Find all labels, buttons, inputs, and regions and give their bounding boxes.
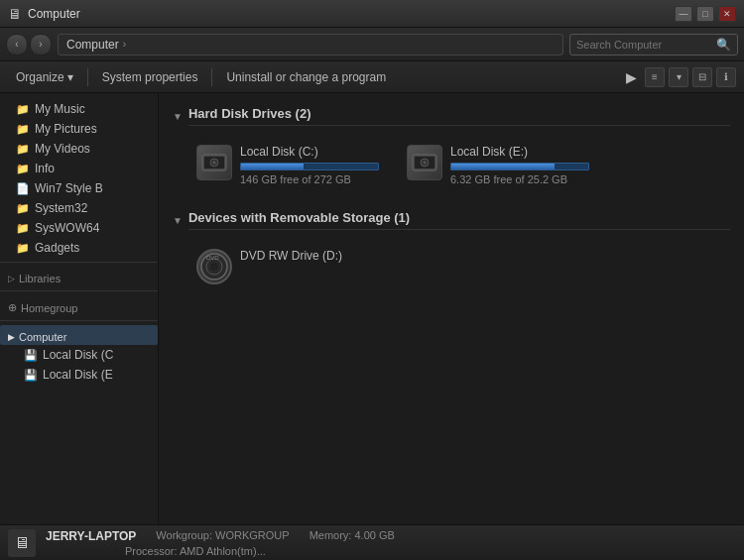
nav-buttons: ‹ › — [6, 34, 52, 56]
drive-c-item[interactable]: Local Disk (C:) 146 GB free of 272 GB — [188, 139, 387, 191]
maximize-button[interactable]: □ — [696, 6, 714, 22]
drive-c-bar-bg — [240, 163, 379, 170]
status-details-row-1: JERRY-LAPTOP Workgroup: WORKGROUP Memory… — [46, 529, 395, 543]
status-processor: Processor: AMD Athlon(tm)... — [46, 545, 266, 557]
view-button-3[interactable]: ⊟ — [692, 67, 712, 87]
drive-e-icon — [407, 145, 442, 180]
sidebar-label-info: Info — [35, 162, 55, 175]
toolbar-right: ▶ ≡ ▾ ⊟ ℹ — [622, 67, 736, 87]
sidebar-item-gadgets[interactable]: 📁 Gadgets — [0, 238, 158, 258]
content-area: ▼ Hard Disk Drives (2) Local Disk (C:) — [159, 93, 744, 524]
dvd-drive-item[interactable]: DVD DVD RW Drive (D:) — [188, 243, 387, 290]
dvd-svg: DVD — [199, 252, 229, 281]
folder-icon: 📁 — [16, 103, 30, 116]
view-button-2[interactable]: ▾ — [669, 67, 688, 87]
search-input[interactable] — [576, 39, 712, 51]
drive-c-info: Local Disk (C:) 146 GB free of 272 GB — [240, 145, 379, 185]
address-bar: ‹ › Computer › 🔍 — [0, 28, 744, 61]
sidebar-label-win7-style: Win7 Style B — [35, 181, 103, 195]
hard-disk-header-text: Hard Disk Drives (2) — [188, 106, 730, 126]
folder-icon-4: 📁 — [16, 163, 30, 175]
status-workgroup: Workgroup: WORKGROUP — [156, 529, 289, 543]
file-icon: 📄 — [16, 182, 30, 195]
path-label: Computer — [66, 38, 119, 52]
organize-arrow-icon: ▾ — [67, 70, 73, 84]
play-button[interactable]: ▶ — [622, 69, 641, 85]
drive-c-bar-fill — [241, 164, 304, 169]
system-props-label: System properties — [102, 70, 198, 84]
dvd-info: DVD RW Drive (D:) — [240, 249, 379, 267]
sidebar-section-homegroup[interactable]: ⊕ Homegroup — [0, 295, 158, 316]
status-memory: Memory: 4.00 GB — [310, 529, 395, 543]
hard-drives-grid: Local Disk (C:) 146 GB free of 272 GB — [173, 139, 730, 191]
sidebar-item-info[interactable]: 📁 Info — [0, 159, 158, 178]
sidebar-label-my-pictures: My Pictures — [35, 122, 97, 136]
folder-icon-2: 📁 — [16, 123, 30, 136]
sidebar-label-gadgets: Gadgets — [35, 241, 79, 255]
drive-e-item[interactable]: Local Disk (E:) 6.32 GB free of 25.2 GB — [399, 139, 597, 191]
sidebar-item-my-music[interactable]: 📁 My Music — [0, 99, 158, 119]
status-computer-name: JERRY-LAPTOP — [46, 529, 136, 543]
sidebar-item-my-videos[interactable]: 📁 My Videos — [0, 139, 158, 159]
sidebar-divider-1 — [0, 262, 158, 263]
view-button-1[interactable]: ≡ — [645, 67, 665, 87]
sidebar-divider-3 — [0, 320, 158, 321]
drive-c-name: Local Disk (C:) — [240, 145, 379, 159]
title-bar-left: 🖥 Computer — [8, 6, 80, 22]
sidebar-label-system32: System32 — [35, 201, 87, 215]
folder-icon-3: 📁 — [16, 143, 30, 156]
drive-e-bar-fill — [451, 164, 555, 169]
sidebar: 📁 My Music 📁 My Pictures 📁 My Videos 📁 I… — [0, 93, 159, 524]
back-button[interactable]: ‹ — [6, 34, 28, 56]
organize-button[interactable]: Organize ▾ — [8, 67, 81, 87]
svg-point-3 — [213, 162, 216, 165]
removable-arrow-icon: ▼ — [173, 215, 183, 226]
status-computer-icon: 🖥 — [8, 529, 36, 557]
sidebar-label-syswow64: SysWOW64 — [35, 221, 99, 235]
drive-e-bar-bg — [450, 163, 589, 170]
sidebar-homegroup-label: Homegroup — [21, 302, 77, 314]
drive-e-space: 6.32 GB free of 25.2 GB — [450, 173, 589, 185]
organize-label: Organize — [16, 70, 64, 84]
sidebar-item-local-e[interactable]: 💾 Local Disk (E — [0, 365, 158, 385]
hard-disk-arrow-icon: ▼ — [173, 111, 183, 122]
dvd-drive-icon: DVD — [196, 249, 232, 284]
toolbar: Organize ▾ System properties Uninstall o… — [0, 61, 744, 93]
sidebar-item-win7-style[interactable]: 📄 Win7 Style B — [0, 178, 158, 198]
status-details-row-2: Processor: AMD Athlon(tm)... — [46, 545, 395, 557]
removable-section-header[interactable]: ▼ Devices with Removable Storage (1) — [173, 207, 730, 233]
minimize-button[interactable]: — — [675, 6, 692, 22]
address-path[interactable]: Computer › — [58, 34, 563, 56]
sidebar-computer-label: Computer — [19, 331, 66, 343]
view-button-4[interactable]: ℹ — [716, 67, 736, 87]
disk-icon-e: 💾 — [24, 369, 38, 382]
forward-button[interactable]: › — [30, 34, 52, 56]
dvd-name: DVD RW Drive (D:) — [240, 249, 379, 263]
sidebar-section-computer[interactable]: ▶ Computer — [0, 325, 158, 345]
sidebar-item-system32[interactable]: 📁 System32 — [0, 198, 158, 218]
search-box[interactable]: 🔍 — [569, 34, 738, 56]
hard-disk-section-header[interactable]: ▼ Hard Disk Drives (2) — [173, 103, 730, 129]
svg-point-7 — [424, 162, 427, 165]
sidebar-label-local-e: Local Disk (E — [43, 368, 113, 382]
libraries-arrow-icon: ▷ — [8, 274, 15, 283]
status-bar: 🖥 JERRY-LAPTOP Workgroup: WORKGROUP Memo… — [0, 524, 744, 560]
close-button[interactable]: ✕ — [718, 6, 736, 22]
svg-text:DVD: DVD — [206, 255, 219, 261]
sidebar-item-local-c[interactable]: 💾 Local Disk (C — [0, 345, 158, 365]
system-properties-button[interactable]: System properties — [94, 67, 206, 87]
sidebar-item-syswow64[interactable]: 📁 SysWOW64 — [0, 218, 158, 238]
window-icon: 🖥 — [8, 6, 22, 22]
removable-header-text: Devices with Removable Storage (1) — [188, 210, 730, 230]
drive-c-space: 146 GB free of 272 GB — [240, 173, 379, 185]
drive-e-name: Local Disk (E:) — [450, 145, 589, 159]
sidebar-item-my-pictures[interactable]: 📁 My Pictures — [0, 119, 158, 139]
sidebar-libraries-label: Libraries — [19, 273, 61, 284]
main-layout: 📁 My Music 📁 My Pictures 📁 My Videos 📁 I… — [0, 93, 744, 524]
sidebar-divider-2 — [0, 290, 158, 291]
uninstall-button[interactable]: Uninstall or change a program — [218, 67, 394, 87]
disk-icon-c: 💾 — [24, 349, 38, 362]
sidebar-section-libraries[interactable]: ▷ Libraries — [0, 267, 158, 286]
title-bar: 🖥 Computer — □ ✕ — [0, 0, 744, 28]
path-arrow: › — [123, 39, 126, 50]
